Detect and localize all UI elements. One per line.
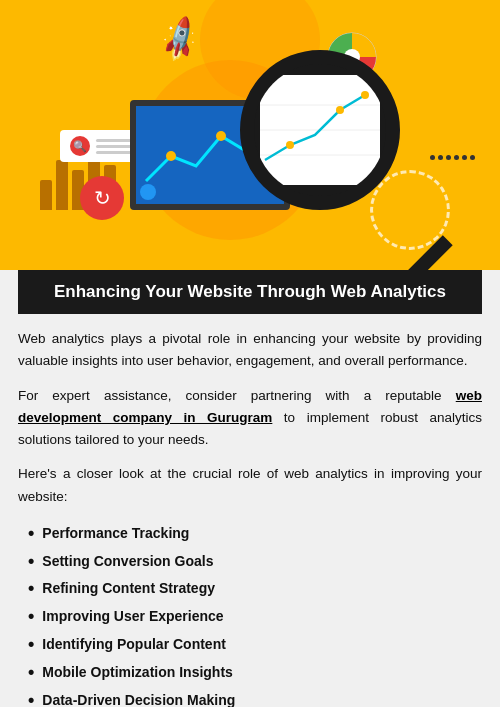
list-item: Mobile Optimization Insights	[28, 659, 482, 687]
main-title: Enhancing Your Website Through Web Analy…	[54, 282, 446, 301]
dashed-circle-decoration	[370, 170, 450, 250]
list-item: Identifying Popular Content	[28, 631, 482, 659]
svg-point-10	[286, 141, 294, 149]
search-icon: 🔍	[70, 136, 90, 156]
content-section: Enhancing Your Website Through Web Analy…	[0, 270, 500, 707]
blue-dot-decoration	[140, 184, 156, 200]
list-item: Refining Content Strategy	[28, 575, 482, 603]
svg-point-12	[361, 91, 369, 99]
refresh-icon: ↻	[80, 176, 124, 220]
list-item: Improving User Experience	[28, 603, 482, 631]
list-item: Performance Tracking	[28, 520, 482, 548]
hero-banner: 🚀 🔍	[0, 0, 500, 270]
list-item: Data-Driven Decision Making	[28, 687, 482, 707]
magnifier-glass	[240, 50, 400, 210]
title-bar: Enhancing Your Website Through Web Analy…	[18, 270, 482, 314]
paragraph-3: Here's a closer look at the crucial role…	[18, 463, 482, 508]
svg-point-3	[166, 151, 176, 161]
paragraph-2: For expert assistance, consider partneri…	[18, 385, 482, 452]
paragraph-3-text: Here's a closer look at the crucial role…	[18, 466, 482, 503]
paragraph-1-text: Web analytics plays a pivotal role in en…	[18, 331, 482, 368]
svg-point-4	[216, 131, 226, 141]
bullet-list: Performance TrackingSetting Conversion G…	[28, 520, 482, 707]
paragraph-1: Web analytics plays a pivotal role in en…	[18, 328, 482, 373]
svg-point-11	[336, 106, 344, 114]
rocket-icon: 🚀	[153, 13, 207, 66]
paragraph-2-before: For expert assistance, consider partneri…	[18, 388, 456, 403]
dots-decoration	[430, 155, 475, 160]
list-item: Setting Conversion Goals	[28, 548, 482, 576]
